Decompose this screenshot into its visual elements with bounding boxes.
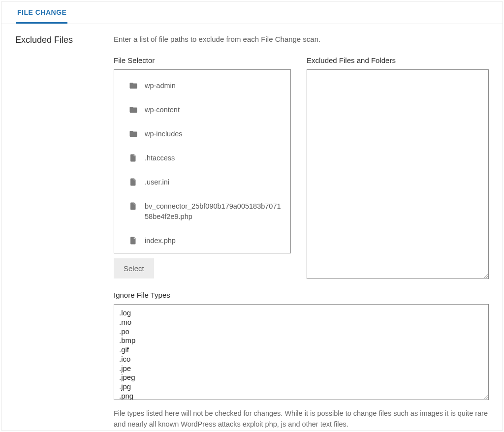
- folder-icon: [129, 81, 138, 90]
- file-item[interactable]: bv_connector_25bf090b179a005183b707158be…: [114, 194, 290, 229]
- file-icon: [129, 178, 138, 186]
- tab-file-change[interactable]: FILE CHANGE: [16, 1, 67, 24]
- file-item-name: bv_connector_25bf090b179a005183b707158be…: [145, 201, 282, 222]
- excluded-panel: Excluded Files and Folders: [307, 56, 489, 281]
- ignore-section: Ignore File Types File types listed here…: [114, 291, 489, 430]
- file-item[interactable]: wp-admin: [114, 74, 290, 98]
- file-selector-panel: File Selector wp-adminwp-contentwp-inclu…: [114, 56, 291, 281]
- file-item-name: index.php: [145, 236, 176, 246]
- tabs: FILE CHANGE: [1, 1, 503, 24]
- file-item[interactable]: .htaccess: [114, 146, 290, 170]
- folder-icon: [129, 105, 138, 114]
- file-icon: [129, 236, 138, 245]
- content: Excluded Files Enter a list of file path…: [1, 24, 503, 431]
- file-item[interactable]: wp-includes: [114, 122, 290, 146]
- file-selector-list[interactable]: wp-adminwp-contentwp-includes.htaccess.u…: [114, 69, 291, 253]
- section-body: Enter a list of file paths to exclude fr…: [114, 35, 489, 426]
- section-description: Enter a list of file paths to exclude fr…: [114, 35, 489, 43]
- file-item[interactable]: index.php: [114, 229, 290, 253]
- excluded-label: Excluded Files and Folders: [307, 56, 489, 64]
- excluded-textarea[interactable]: [307, 69, 489, 279]
- file-item-name: .htaccess: [145, 153, 175, 163]
- settings-card: FILE CHANGE Excluded Files Enter a list …: [1, 1, 503, 431]
- folder-icon: [129, 129, 138, 138]
- section-title-col: Excluded Files: [15, 35, 114, 426]
- ignore-textarea[interactable]: [114, 304, 489, 400]
- file-selector-label: File Selector: [114, 56, 291, 64]
- file-item-name: wp-admin: [145, 81, 176, 91]
- selector-panels: File Selector wp-adminwp-contentwp-inclu…: [114, 56, 489, 281]
- file-icon: [129, 154, 138, 162]
- section-title: Excluded Files: [15, 35, 114, 45]
- file-icon: [129, 202, 138, 211]
- file-item-name: wp-includes: [145, 129, 183, 139]
- file-item[interactable]: .user.ini: [114, 170, 290, 194]
- file-item-name: .user.ini: [145, 177, 169, 187]
- file-item[interactable]: wp-content: [114, 98, 290, 122]
- ignore-label: Ignore File Types: [114, 291, 489, 299]
- ignore-help: File types listed here will not be check…: [114, 408, 489, 430]
- select-button[interactable]: Select: [114, 258, 154, 278]
- file-item-name: wp-content: [145, 105, 180, 115]
